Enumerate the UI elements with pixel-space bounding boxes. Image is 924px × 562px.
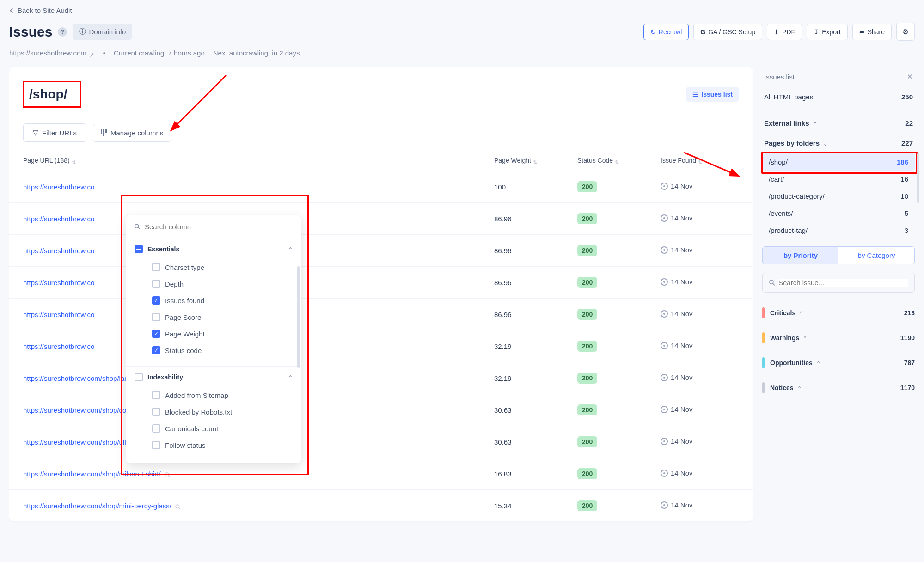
checkbox[interactable] <box>135 373 143 381</box>
by-category-tab[interactable]: by Category <box>838 247 914 264</box>
export-button[interactable]: Export <box>807 24 847 40</box>
page-url-link[interactable]: https://sureshotbrew.com/shop/mini-percy… <box>23 502 171 510</box>
category-color-bar <box>762 382 765 393</box>
chevron-up-icon <box>813 119 817 127</box>
table-header-row: Page URL (188) Page Weight Status Code I… <box>9 150 753 171</box>
column-option[interactable]: Added from Sitemap <box>152 387 293 403</box>
folder-scrollbar[interactable] <box>917 153 919 239</box>
folder-item[interactable]: /product-category/10 <box>762 188 915 205</box>
table-row: https://sureshotbrew.co 86.96 200 14 Nov <box>9 267 753 299</box>
folder-item[interactable]: /product-tag/3 <box>762 222 915 239</box>
page-url-link[interactable]: https://sureshotbrew.co <box>23 342 94 350</box>
target-icon <box>661 470 668 477</box>
checkbox-indeterminate[interactable] <box>135 245 143 253</box>
close-icon[interactable] <box>907 73 913 81</box>
pdf-button[interactable]: ⬇ PDF <box>767 24 802 40</box>
cell-status-code: 200 <box>577 394 661 426</box>
folder-name: /product-tag/ <box>769 226 808 234</box>
filter-urls-button[interactable]: ▽ Filter URLs <box>23 123 86 142</box>
page-url-link[interactable]: https://sureshotbrew.co <box>23 183 94 191</box>
side-all-html-pages[interactable]: All HTML pages 250 <box>762 87 915 106</box>
domain-info-label: Domain info <box>89 28 126 36</box>
share-button[interactable]: ➦ Share <box>852 24 892 40</box>
side-pages-by-folders[interactable]: Pages by folders 227 <box>762 134 915 153</box>
column-option[interactable]: Canonicals count <box>152 420 293 437</box>
column-option[interactable]: Follow status <box>152 437 293 453</box>
table-row: https://sureshotbrew.com/shop/milson-t-s… <box>9 458 753 490</box>
column-header-url[interactable]: Page URL (188) <box>23 150 494 171</box>
manage-columns-button[interactable]: Manage columns <box>93 124 171 142</box>
chevron-up-icon <box>816 359 820 367</box>
cell-weight: 86.96 <box>494 300 577 329</box>
download-icon: ⬇ <box>774 28 779 36</box>
checkbox[interactable] <box>152 313 160 321</box>
page-url-link[interactable]: https://sureshotbrew.co <box>23 279 94 287</box>
page-url-link[interactable]: https://sureshotbrew.co <box>23 215 94 223</box>
by-priority-tab[interactable]: by Priority <box>763 247 838 264</box>
column-option[interactable]: Issues found <box>152 292 293 309</box>
issue-category-row[interactable]: Warnings 1190 <box>762 327 915 349</box>
page-url-link[interactable]: https://sureshotbrew.com/shop/milson-t-s… <box>23 470 161 478</box>
column-header-issue[interactable]: Issue Found <box>661 150 739 171</box>
issue-category-row[interactable]: Notices 1170 <box>762 377 915 399</box>
column-header-code[interactable]: Status Code <box>577 150 661 171</box>
column-search-input[interactable] <box>145 223 293 231</box>
issue-category-row[interactable]: Opportunities 787 <box>762 352 915 374</box>
inspect-icon[interactable] <box>175 502 182 509</box>
checkbox[interactable] <box>152 441 160 449</box>
status-code-pill: 200 <box>577 404 597 415</box>
column-search[interactable] <box>126 215 301 238</box>
help-icon[interactable]: ? <box>58 27 67 37</box>
category-label: Opportunities <box>770 359 904 367</box>
inspect-icon[interactable] <box>165 470 171 477</box>
separator-dot: • <box>103 49 105 57</box>
folder-item[interactable]: /events/5 <box>762 205 915 222</box>
target-icon <box>661 310 668 318</box>
sort-icon <box>72 158 75 163</box>
checkbox[interactable] <box>152 296 160 305</box>
back-to-site-audit-link[interactable]: Back to Site Audit <box>9 6 72 14</box>
ga-gsc-setup-button[interactable]: GA / GSC Setup <box>693 24 762 40</box>
checkbox[interactable] <box>152 330 160 338</box>
column-group-header[interactable]: Essentials <box>135 245 293 253</box>
search-issue-field[interactable] <box>762 273 915 293</box>
issue-category-row[interactable]: Criticals 213 <box>762 302 915 324</box>
dropdown-scrollbar[interactable] <box>297 266 300 368</box>
checkbox[interactable] <box>152 280 160 288</box>
checkbox[interactable] <box>152 263 160 271</box>
export-label: Export <box>822 28 840 36</box>
site-url-link[interactable]: https://sureshotbrew.com <box>9 49 95 57</box>
chevron-up-icon <box>803 334 807 342</box>
checkbox[interactable] <box>152 424 160 433</box>
cell-status-code: 200 <box>577 330 661 362</box>
settings-button[interactable] <box>896 23 915 41</box>
issues-list-button[interactable]: Issues list <box>686 87 739 102</box>
side-external-links[interactable]: External links 22 <box>762 114 915 133</box>
column-group-header[interactable]: Indexability <box>135 373 293 381</box>
recrawl-icon <box>650 28 656 36</box>
status-code-pill: 200 <box>577 468 597 479</box>
chevron-up-icon <box>288 373 293 381</box>
column-header-weight[interactable]: Page Weight <box>494 150 577 171</box>
checkbox[interactable] <box>152 346 160 354</box>
page-title: Issues <box>9 24 52 40</box>
cell-url: https://sureshotbrew.co <box>23 173 494 201</box>
page-url-link[interactable]: https://sureshotbrew.co <box>23 311 94 318</box>
domain-info-button[interactable]: Domain info <box>73 24 132 40</box>
column-option[interactable]: Charset type <box>152 259 293 275</box>
checkbox[interactable] <box>152 408 160 416</box>
sort-icon <box>698 158 702 163</box>
checkbox[interactable] <box>152 391 160 399</box>
page-url-link[interactable]: https://sureshotbrew.co <box>23 247 94 255</box>
column-option[interactable]: Page Score <box>152 309 293 325</box>
search-issue-input[interactable] <box>778 279 908 287</box>
column-option[interactable]: Blocked by Robots.txt <box>152 403 293 420</box>
manage-columns-label: Manage columns <box>110 129 163 137</box>
column-option[interactable]: Depth <box>152 275 293 292</box>
column-option[interactable]: Status code <box>152 342 293 359</box>
recrawl-button[interactable]: Recrawl <box>643 24 689 40</box>
table-row: https://sureshotbrew.com/shop/ultimate-c… <box>9 426 753 458</box>
column-option[interactable]: Page Weight <box>152 325 293 342</box>
issues-list-label: Issues list <box>701 91 733 98</box>
column-group: EssentialsCharset typeDepthIssues foundP… <box>126 238 301 366</box>
